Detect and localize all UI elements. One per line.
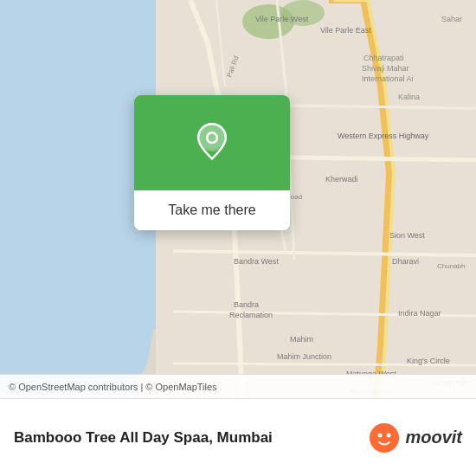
svg-text:Bandra West: Bandra West xyxy=(234,257,279,266)
svg-text:Vile Parle East: Vile Parle East xyxy=(320,26,371,35)
map-container: Chhatrapati Shivaji Mahar International … xyxy=(0,0,476,398)
attribution-text: © OpenStreetMap contributors | © OpenMap… xyxy=(9,382,217,392)
attribution-bar: © OpenStreetMap contributors | © OpenMap… xyxy=(0,374,476,398)
take-me-there-button[interactable]: Take me there xyxy=(134,190,290,230)
svg-text:Vile Parle West: Vile Parle West xyxy=(255,15,309,23)
svg-text:Bandra: Bandra xyxy=(234,300,259,309)
bottom-bar: Bambooo Tree All Day Spaa, Mumbai moovit xyxy=(0,398,476,476)
svg-point-32 xyxy=(378,433,383,437)
navigation-card: Take me there xyxy=(134,95,290,230)
svg-text:Reclamation: Reclamation xyxy=(229,311,273,319)
svg-text:Western Express Highway: Western Express Highway xyxy=(338,132,429,140)
place-name: Bambooo Tree All Day Spaa, Mumbai xyxy=(14,429,273,447)
svg-text:Chhatrapati: Chhatrapati xyxy=(363,54,404,62)
location-pin-icon xyxy=(190,121,234,164)
svg-text:International Ai: International Ai xyxy=(362,74,414,83)
moovit-logo: moovit xyxy=(369,422,462,453)
svg-point-29 xyxy=(201,125,224,149)
moovit-logo-icon xyxy=(369,422,400,453)
moovit-brand-text: moovit xyxy=(405,428,462,447)
svg-text:Sion West: Sion West xyxy=(389,231,425,240)
svg-text:Dharavi: Dharavi xyxy=(392,257,419,266)
svg-text:Mahim: Mahim xyxy=(290,335,313,344)
svg-text:Indira Nagar: Indira Nagar xyxy=(398,309,441,318)
svg-text:Chunabh: Chunabh xyxy=(437,262,465,270)
svg-text:Sahar: Sahar xyxy=(441,15,462,23)
svg-text:Shivaji Mahar: Shivaji Mahar xyxy=(362,64,409,73)
svg-text:Mahim Junction: Mahim Junction xyxy=(277,352,331,361)
svg-text:King's Circle: King's Circle xyxy=(407,357,450,365)
svg-point-31 xyxy=(370,423,399,453)
svg-point-33 xyxy=(387,433,391,437)
svg-text:Kalina: Kalina xyxy=(398,93,420,101)
card-header xyxy=(134,95,290,190)
svg-text:Kherwadi: Kherwadi xyxy=(325,175,358,183)
